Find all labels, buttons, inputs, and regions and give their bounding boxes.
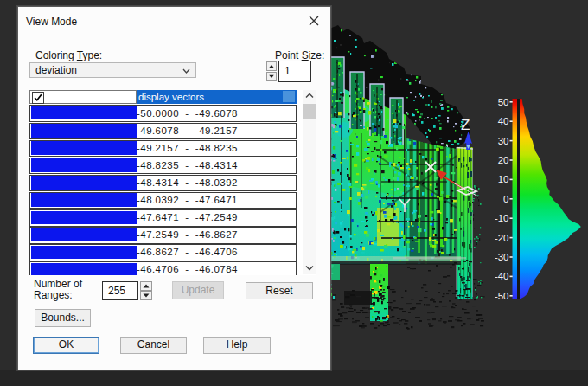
svg-text:-30: -30 [495,252,509,262]
svg-text:-50: -50 [495,291,509,301]
svg-text:10: 10 [498,174,509,184]
svg-text:40: 40 [498,116,509,126]
svg-text:Z: Z [461,117,470,133]
svg-text:-10: -10 [495,213,509,223]
svg-text:30: 30 [498,136,509,146]
svg-text:-20: -20 [495,233,509,243]
svg-text:50: 50 [498,97,509,107]
svg-text:0: 0 [503,194,508,204]
svg-text:-40: -40 [495,271,509,281]
svg-text:20: 20 [498,155,509,165]
